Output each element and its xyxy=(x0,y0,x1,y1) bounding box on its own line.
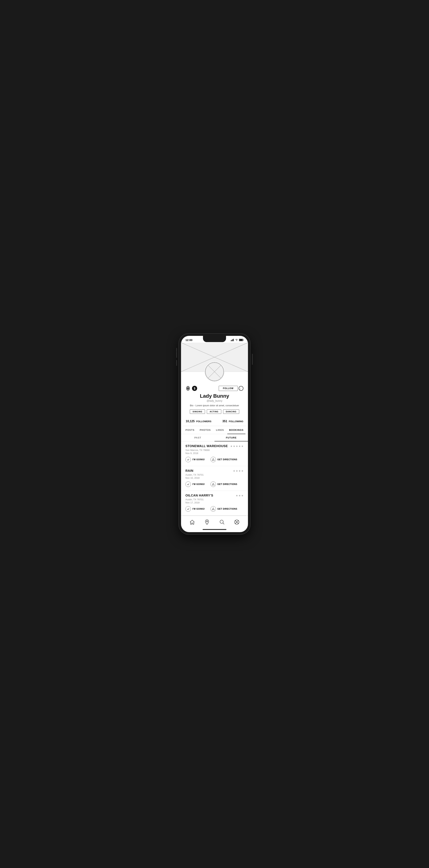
signal-icon xyxy=(231,339,234,341)
nav-icon-2 xyxy=(212,483,215,486)
nav-circle-icon-1 xyxy=(210,457,216,462)
message-button[interactable] xyxy=(238,385,244,392)
avatar-placeholder xyxy=(205,362,224,381)
booking-actions-2: I'M GOING! GET DIRECTIONS xyxy=(186,482,243,487)
location-icon xyxy=(205,519,209,525)
avatar-container xyxy=(204,362,225,382)
directions-label-1: GET DIRECTIONS xyxy=(218,458,237,461)
going-label-3: I'M GOING! xyxy=(192,508,205,510)
nav-icon-3 xyxy=(212,507,215,510)
followers-stat[interactable]: 10,125 FOLLOWERS xyxy=(186,420,211,423)
tags-row: SINGING ACTING DANCING xyxy=(185,409,244,414)
profile-info: Lady Bunny @lady_bunny Bio - Lorem ipsum… xyxy=(181,392,248,418)
nav-icon-1 xyxy=(212,458,215,461)
home-indicator xyxy=(181,528,248,532)
svg-marker-21 xyxy=(212,508,214,510)
directions-button-1[interactable]: GET DIRECTIONS xyxy=(210,457,237,462)
check-icon-2 xyxy=(187,483,190,486)
home-icon xyxy=(190,520,195,525)
subtab-past[interactable]: PAST xyxy=(181,434,214,441)
nav-location-button[interactable] xyxy=(203,518,211,526)
check-circle-icon-3 xyxy=(186,506,191,512)
tab-photos[interactable]: PHOTOS xyxy=(198,426,213,434)
tab-likes[interactable]: LIKES xyxy=(214,426,226,434)
tag-acting[interactable]: ACTING xyxy=(207,409,221,414)
profile-username: @lady_bunny xyxy=(185,399,244,402)
home-bar xyxy=(203,529,226,530)
profile-name: Lady Bunny xyxy=(185,393,244,399)
booking-name-3: OILCAN HARRY'S xyxy=(186,494,213,497)
directions-label-2: GET DIRECTIONS xyxy=(218,483,237,486)
profile-actions-row: $ FOLLOW xyxy=(181,383,248,392)
booking-header-2: RAIN ★ ★ ★ ★ xyxy=(186,469,243,473)
svg-marker-20 xyxy=(212,483,214,485)
booking-item-2: RAIN ★ ★ ★ ★ Austin, TX 78701 Nov 10, 20… xyxy=(181,466,248,491)
tip-button[interactable]: $ xyxy=(191,385,198,392)
svg-rect-6 xyxy=(239,339,243,341)
booking-item-1: STONEWALL WAREHOUSE ★ ★ ★ ★ ★ San Marcos… xyxy=(181,441,248,466)
tag-singing[interactable]: SINGING xyxy=(190,409,205,414)
stars-1: ★ ★ ★ ★ ★ xyxy=(230,445,243,447)
directions-button-3[interactable]: GET DIRECTIONS xyxy=(210,506,237,512)
check-circle-icon-2 xyxy=(186,482,191,487)
directions-button-2[interactable]: GET DIRECTIONS xyxy=(210,482,237,487)
going-button-3[interactable]: I'M GOING! xyxy=(186,506,205,512)
booking-header-3: OILCAN HARRY'S ★ ★ ★ xyxy=(186,494,243,497)
search-icon xyxy=(220,520,225,525)
nav-circle-icon-2 xyxy=(210,482,216,487)
stats-row: 10,125 FOLLOWERS 351 FOLLOWING xyxy=(181,418,248,426)
going-button-2[interactable]: I'M GOING! xyxy=(186,482,205,487)
subtab-future[interactable]: FUTURE xyxy=(214,434,248,441)
dollar-icon: $ xyxy=(192,385,197,391)
tag-dancing[interactable]: DANCING xyxy=(223,409,239,414)
booking-header-1: STONEWALL WAREHOUSE ★ ★ ★ ★ ★ xyxy=(186,444,243,448)
volume-down-btn[interactable] xyxy=(176,360,177,366)
booking-actions-3: I'M GOING! GET DIRECTIONS xyxy=(186,506,243,512)
follow-button[interactable]: FOLLOW xyxy=(219,386,238,391)
going-button-1[interactable]: I'M GOING! xyxy=(186,457,205,462)
bookings-list: STONEWALL WAREHOUSE ★ ★ ★ ★ ★ San Marcos… xyxy=(181,441,248,516)
power-btn[interactable] xyxy=(252,354,253,365)
svg-rect-3 xyxy=(233,339,234,341)
booking-date-2: Nov 10, 2018 xyxy=(186,476,243,479)
tab-bookings[interactable]: BOOKINGS xyxy=(227,426,245,434)
svg-marker-19 xyxy=(212,458,214,461)
nav-search-button[interactable] xyxy=(218,518,226,526)
booking-actions-1: I'M GOING! GET DIRECTIONS xyxy=(186,457,243,462)
battery-icon xyxy=(239,339,243,341)
svg-point-23 xyxy=(220,520,223,523)
sub-tabs: PAST FUTURE xyxy=(181,434,248,441)
check-icon-1 xyxy=(187,458,190,461)
booking-date-3: Nov 17, 2018 xyxy=(186,501,243,504)
svg-rect-5 xyxy=(243,340,243,340)
going-label-2: I'M GOING! xyxy=(192,483,205,486)
svg-text:$: $ xyxy=(194,387,196,390)
followers-count: 10,125 FOLLOWERS xyxy=(186,420,211,423)
following-stat[interactable]: 351 FOLLOWING xyxy=(222,420,243,423)
booking-item-3: OILCAN HARRY'S ★ ★ ★ Austin, TX 78701 No… xyxy=(181,491,248,516)
nav-profile-button[interactable] xyxy=(233,518,241,526)
settings-button[interactable] xyxy=(185,385,191,392)
svg-rect-0 xyxy=(231,340,231,341)
notch xyxy=(203,336,226,342)
volume-up-btn[interactable] xyxy=(176,352,177,358)
phone-frame: 12:00 xyxy=(179,334,250,534)
svg-point-15 xyxy=(188,388,189,389)
booking-name-2: RAIN xyxy=(186,469,194,473)
phone-screen: 12:00 xyxy=(181,336,248,532)
profile-bio: Bio - Lorem ipsum dolor sit amet, consec… xyxy=(185,404,244,407)
check-circle-icon-1 xyxy=(186,457,191,462)
nav-home-button[interactable] xyxy=(188,518,196,526)
silent-btn[interactable] xyxy=(176,348,177,352)
stars-3: ★ ★ ★ xyxy=(236,494,243,497)
tab-posts[interactable]: POSTS xyxy=(184,426,196,434)
booking-location-2: Austin, TX 78701 xyxy=(186,473,243,476)
svg-point-22 xyxy=(206,521,207,522)
svg-rect-1 xyxy=(232,340,232,341)
status-time: 12:00 xyxy=(186,338,192,342)
directions-label-3: GET DIRECTIONS xyxy=(218,508,237,510)
status-icons xyxy=(231,339,243,341)
booking-date-1: Nov 9, 2018 xyxy=(186,452,243,455)
booking-name-1: STONEWALL WAREHOUSE xyxy=(186,444,228,448)
booking-location-3: Austin, TX 78701 xyxy=(186,498,243,501)
